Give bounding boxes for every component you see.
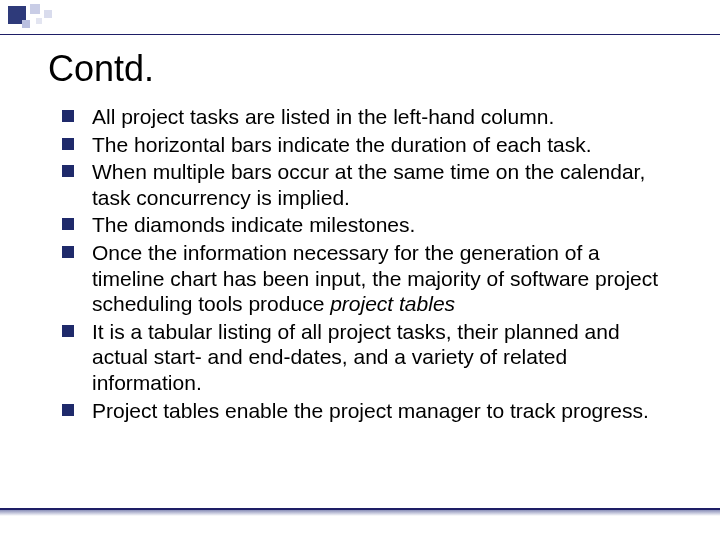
square-bullet-icon bbox=[62, 404, 74, 416]
list-item-text-em: project tables bbox=[330, 292, 455, 315]
square-bullet-icon bbox=[62, 218, 74, 230]
list-item: The diamonds indicate milestones. bbox=[62, 212, 672, 238]
square-bullet-icon bbox=[62, 246, 74, 258]
list-item: It is a tabular listing of all project t… bbox=[62, 319, 672, 396]
list-item-text: Project tables enable the project manage… bbox=[92, 398, 672, 424]
list-item-text: All project tasks are listed in the left… bbox=[92, 104, 672, 130]
square-bullet-icon bbox=[62, 165, 74, 177]
bullet-list: All project tasks are listed in the left… bbox=[62, 104, 672, 425]
list-item: All project tasks are listed in the left… bbox=[62, 104, 672, 130]
accent-square-icon bbox=[44, 10, 52, 18]
square-bullet-icon bbox=[62, 138, 74, 150]
square-bullet-icon bbox=[62, 325, 74, 337]
slide-title: Contd. bbox=[48, 48, 154, 90]
top-bar bbox=[0, 0, 720, 34]
list-item: Once the information necessary for the g… bbox=[62, 240, 672, 317]
bottom-shadow bbox=[0, 510, 720, 516]
list-item: When multiple bars occur at the same tim… bbox=[62, 159, 672, 210]
slide: Contd. All project tasks are listed in t… bbox=[0, 0, 720, 540]
accent-square-icon bbox=[36, 18, 42, 24]
list-item-text: The horizontal bars indicate the duratio… bbox=[92, 132, 672, 158]
list-item: Project tables enable the project manage… bbox=[62, 398, 672, 424]
decorative-squares bbox=[0, 0, 120, 34]
list-item: The horizontal bars indicate the duratio… bbox=[62, 132, 672, 158]
list-item-text: The diamonds indicate milestones. bbox=[92, 212, 672, 238]
accent-square-icon bbox=[22, 20, 30, 28]
list-item-text: It is a tabular listing of all project t… bbox=[92, 319, 672, 396]
top-divider bbox=[0, 34, 720, 35]
list-item-text: When multiple bars occur at the same tim… bbox=[92, 159, 672, 210]
accent-square-icon bbox=[30, 4, 40, 14]
list-item-text: Once the information necessary for the g… bbox=[92, 240, 672, 317]
square-bullet-icon bbox=[62, 110, 74, 122]
